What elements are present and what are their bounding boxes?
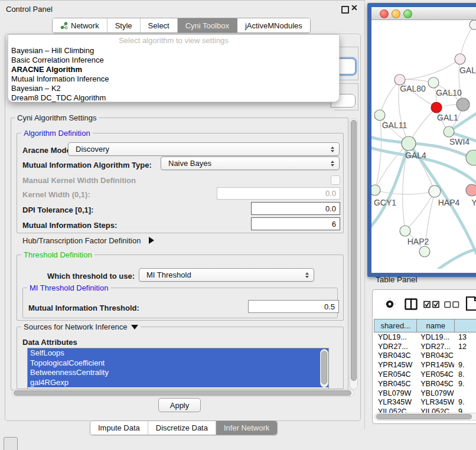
network-node-label-swi4: SWI4	[449, 137, 470, 146]
bottom-tab-impute-data[interactable]: Impute Data	[90, 421, 148, 435]
sources-title[interactable]: Sources for Network Inference	[21, 323, 141, 331]
network-node-swi4[interactable]	[466, 150, 476, 165]
table-row[interactable]: YBR045CYBR045C9.	[374, 379, 476, 389]
table-cell: 9.	[454, 361, 476, 369]
table-cell: YLR345W	[416, 398, 454, 406]
mi-algorithm-type-value: Naive Bayes	[168, 159, 211, 168]
zoom-traffic-light-icon[interactable]	[403, 9, 412, 18]
network-node-label-gal10: GAL10	[436, 88, 462, 97]
collapse-down-icon	[131, 325, 138, 330]
attribute-item-topologicalcoefficient[interactable]: TopologicalCoefficient	[28, 358, 328, 369]
manual-kernel-width-checkbox[interactable]	[331, 175, 340, 185]
table-cell: 12	[454, 343, 476, 351]
network-node-gal11[interactable]	[374, 110, 385, 120]
bottom-tabbar: Impute DataDiscretize DataInfer Network	[90, 420, 278, 435]
close-traffic-light-icon[interactable]	[380, 9, 389, 18]
tab-label: Select	[148, 21, 169, 30]
network-edge	[375, 190, 435, 194]
split-columns-icon[interactable]	[405, 298, 418, 310]
algorithm-option-bayesian-hill-climbing[interactable]: Bayesian – Hill Climbing	[8, 46, 339, 56]
corner-collapsed-panel-button[interactable]	[4, 437, 18, 450]
minimize-traffic-light-icon[interactable]	[392, 9, 400, 18]
which-threshold-select[interactable]: MI Threshold	[139, 268, 314, 282]
network-node-gcy1[interactable]	[371, 185, 380, 195]
network-window-titlebar[interactable]	[371, 7, 476, 20]
algorithm-option-mutual-information-inference[interactable]: Mutual Information Inference	[8, 74, 339, 84]
column-header-partial[interactable]	[454, 319, 476, 332]
algorithm-option-basic-correlation-inference[interactable]: Basic Correlation Inference	[8, 56, 339, 65]
attribute-item-selfloops[interactable]: SelfLoops	[28, 348, 328, 358]
network-node-hap2[interactable]	[400, 226, 410, 236]
algorithm-definition-title: Algorithm Definition	[21, 129, 93, 138]
attribute-item-betweennesscentrality[interactable]: BetweennessCentrality	[28, 368, 328, 378]
table-row[interactable]: YPR145WYPR145W9.	[374, 360, 476, 370]
manual-kernel-width-label: Manual Kernel Width Definition	[22, 176, 136, 185]
network-node-gal1[interactable]	[444, 126, 454, 137]
table-row[interactable]: YLR345WYLR345W9.	[374, 398, 476, 407]
tab-network[interactable]: Network	[53, 18, 107, 32]
close-icon[interactable]: ✕	[351, 3, 358, 12]
algorithm-dropdown-placeholder: Select algorithm to view settings	[8, 35, 339, 46]
algorithm-option-bayesian-k2[interactable]: Bayesian – K2	[8, 84, 339, 93]
table-horizontal-scrollbar[interactable]	[374, 413, 476, 420]
tab-cyni-toolbox[interactable]: Cyni Toolbox	[178, 18, 237, 32]
expand-right-icon	[149, 237, 154, 244]
float-window-icon[interactable]	[341, 6, 349, 14]
stepper-arrows-icon	[331, 143, 334, 155]
attributes-list-scrollbar[interactable]	[320, 349, 328, 387]
mi-steps-label: Mutual Information Steps:	[22, 221, 117, 230]
network-node-node-y[interactable]	[466, 184, 476, 196]
table-row[interactable]: YDL19...YDL19...13	[374, 332, 476, 342]
table-row[interactable]: YER054CYER054C8.	[374, 370, 476, 379]
apply-button[interactable]: Apply	[158, 398, 201, 412]
network-canvas[interactable]: GALGAL80GAL10GAL11GAL1SWI4GAL4GCY1HAP4YH…	[371, 20, 476, 273]
table-cell: YPR145W	[416, 361, 454, 369]
network-node-label-hap4: HAP4	[438, 198, 460, 207]
network-node-gal7[interactable]	[455, 54, 465, 64]
cyni-algorithm-settings-title: Cyni Algorithm Settings	[15, 114, 99, 122]
mi-algorithm-type-select[interactable]: Naive Bayes	[161, 156, 340, 170]
tab-style[interactable]: Style	[107, 18, 141, 32]
bottom-tab-infer-network[interactable]: Infer Network	[216, 421, 277, 435]
algorithm-option-aracne-algorithm[interactable]: ARACNE Algorithm	[8, 65, 339, 74]
settings-vertical-scrollbar[interactable]	[350, 118, 358, 390]
table-row[interactable]: YDR27...YDR27...12	[374, 342, 476, 351]
network-node-node-red[interactable]	[431, 102, 442, 113]
network-node-hap4[interactable]	[429, 185, 441, 197]
table-row[interactable]: YBL079WYBL079W	[374, 389, 476, 398]
tab-label: Infer Network	[224, 423, 269, 432]
mi-threshold-input[interactable]: 0.5	[248, 300, 339, 313]
mi-steps-input[interactable]: 6	[251, 217, 340, 230]
tab-label: Cyni Toolbox	[185, 21, 229, 30]
network-node-gal4[interactable]	[402, 136, 416, 151]
algorithm-dropdown-popup: Select algorithm to view settings Bayesi…	[8, 34, 340, 102]
unchecked-pair-icon[interactable]	[444, 301, 459, 308]
aracne-mode-select[interactable]: Discovery	[68, 142, 340, 156]
network-node-node-partial-top[interactable]	[470, 20, 476, 30]
gear-icon[interactable]	[383, 298, 396, 311]
table-panel-title: Table Panel	[376, 275, 418, 284]
attribute-item-gal4rgexp[interactable]: gal4RGexp	[28, 378, 328, 388]
mi-algorithm-type-label: Mutual Information Algorithm Type:	[22, 161, 152, 169]
tab-jactivemnodules[interactable]: jActiveMNodules	[237, 18, 310, 32]
network-node-node-gray[interactable]	[457, 98, 470, 111]
tab-select[interactable]: Select	[141, 18, 178, 32]
checked-pair-icon[interactable]	[423, 301, 440, 308]
table-row[interactable]: YBR043CYBR043C	[374, 351, 476, 361]
kernel-width-input[interactable]: 0.0	[217, 187, 340, 200]
hub-definition-toggle[interactable]: Hub/Transcription Factor Definition	[22, 236, 154, 245]
kernel-width-label: Kernel Width (0,1):	[22, 190, 90, 199]
tab-label: jActiveMNodules	[245, 21, 302, 30]
document-icon[interactable]	[465, 296, 476, 311]
column-header-name[interactable]: name	[416, 319, 454, 332]
settings-horizontal-scrollbar[interactable]	[12, 389, 354, 397]
column-header-shared[interactable]: shared...	[374, 319, 416, 332]
network-node-gal10[interactable]	[428, 77, 439, 88]
mi-threshold-label: Mutual Information Threshold:	[28, 304, 139, 312]
bottom-tab-discretize-data[interactable]: Discretize Data	[148, 421, 216, 435]
dpi-tolerance-input[interactable]: 0.0	[251, 202, 340, 215]
aracne-mode-label: Aracne Mode:	[22, 146, 73, 155]
algorithm-option-dream8-dc-tdc-algorithm[interactable]: Dream8 DC_TDC Algorithm	[8, 93, 339, 103]
table-cell: YDL19...	[374, 333, 416, 341]
network-node-node-bottom[interactable]	[419, 246, 430, 257]
